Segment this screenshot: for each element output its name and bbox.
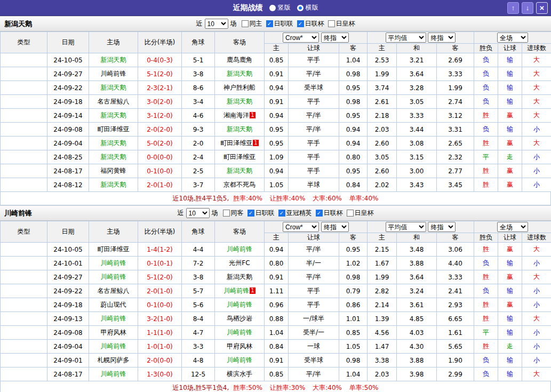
avg-home-odds-cell: 2.60 — [368, 137, 397, 150]
home-team-cell: 新潟天鹅 — [89, 81, 138, 95]
winloss-result-cell: 负 — [474, 367, 498, 381]
winloss-result-cell: 负 — [474, 95, 498, 109]
subcol-goals: 进球数 — [522, 233, 551, 243]
col-corner: 角球 — [182, 221, 215, 243]
avg-away-odds-cell: 2.69 — [437, 53, 474, 67]
avg-home-odds-cell: 1.39 — [368, 312, 397, 326]
date-cell: 24-08-25 — [47, 150, 89, 164]
odds-company-select[interactable]: Crow* — [283, 33, 319, 43]
filter-checkbox[interactable]: 同主 — [242, 19, 262, 28]
away-team-cell: 新潟天鹅 — [215, 164, 265, 178]
col-type: 类型 — [1, 221, 47, 243]
layout-radio-horizontal[interactable]: 横版 — [297, 3, 318, 12]
match-row: 亚冠精英24-09-18蔚山现代0-1(0-0)5-6川崎前锋0.96平手0.8… — [1, 298, 551, 312]
away-team-cell: 川崎前锋 — [215, 326, 265, 340]
league-cell: 日职联 — [1, 81, 47, 95]
filter-checkbox-label: 日职联 — [255, 209, 275, 218]
handicap-home-odds-cell: 0.88 — [265, 312, 289, 326]
close-button[interactable]: × — [536, 2, 548, 14]
home-team-cell: 川崎前锋 — [89, 312, 138, 326]
final-odds-select-2[interactable]: 终指 — [428, 222, 456, 232]
goals-result-cell: 小 — [522, 284, 551, 298]
avg-draw-odds-cell: 3.15 — [397, 150, 437, 164]
final-odds-select[interactable]: 终指 — [321, 33, 349, 43]
filter-checkbox[interactable]: ✓日职联 — [247, 209, 275, 218]
goals-result-cell: 小 — [522, 150, 551, 164]
average-odds-select[interactable]: 平均值 — [386, 222, 426, 232]
layout-radio-vertical[interactable]: 竖版 — [269, 3, 291, 12]
handicap-line-cell: 受半/一 — [289, 326, 339, 340]
corner-cell: 5-7 — [182, 284, 215, 298]
date-cell: 24-08-17 — [47, 164, 89, 178]
filter-checkbox[interactable]: 同客 — [223, 209, 244, 218]
near-label: 近 — [178, 209, 184, 218]
handicap-line-cell: 平/半 — [289, 270, 339, 284]
avg-draw-odds-cell: 4.85 — [397, 312, 437, 326]
league-filter-checkboxes: 同主✓日职联✓日联杯日皇杯 — [242, 19, 355, 28]
handicap-line-cell: 平手 — [289, 164, 339, 178]
away-team-cell: 鹿岛鹿角 — [215, 53, 265, 67]
date-cell: 24-09-13 — [47, 312, 89, 326]
scroll-down-button[interactable]: ↓ — [522, 2, 533, 14]
games-count-select[interactable]: 10 — [186, 208, 210, 218]
handicap-result-cell: 输 — [498, 326, 522, 340]
result-group: 全场 — [474, 32, 551, 44]
filter-checkbox[interactable]: 日皇杯 — [347, 209, 374, 218]
winloss-result-cell: 负 — [474, 123, 498, 137]
avg-away-odds-cell: 2.99 — [437, 367, 474, 381]
final-odds-select-2[interactable]: 终指 — [428, 33, 456, 43]
goals-result-cell: 小 — [522, 257, 551, 270]
avg-home-odds-cell: 1.99 — [368, 67, 397, 81]
home-team-cell: 新潟天鹅 — [89, 109, 138, 123]
odds-company-select[interactable]: Crow* — [283, 222, 319, 232]
subcol-handicap-result: 让球 — [498, 233, 522, 243]
handicap-home-odds-cell: 0.91 — [265, 95, 289, 109]
handicap-line-cell: 半球 — [289, 178, 339, 192]
winloss-result-cell: 胜 — [474, 243, 498, 257]
handicap-away-odds-cell: 0.95 — [339, 243, 368, 257]
handicap-result-cell: 走 — [498, 340, 522, 354]
home-team-cell: 甲府风林 — [89, 326, 138, 340]
goals-result-cell: 大 — [522, 270, 551, 284]
fulltime-scope-select[interactable]: 全场 — [497, 222, 528, 232]
handicap-away-odds-cell: 0.98 — [339, 67, 368, 81]
avg-draw-odds-cell: 3.88 — [397, 354, 437, 367]
handicap-away-odds-cell: 0.84 — [339, 178, 368, 192]
handicap-line-cell: 一球 — [289, 340, 339, 354]
near-label: 近 — [196, 19, 203, 28]
avg-away-odds-cell: 2.93 — [437, 298, 474, 312]
match-row: 日职联24-09-27川崎前锋5-1(2-0)3-8新潟天鹅0.91平/半0.9… — [1, 67, 551, 81]
winloss-result-cell: 平 — [474, 150, 498, 164]
corner-cell: 8-4 — [182, 312, 215, 326]
average-odds-select[interactable]: 平均值 — [386, 33, 426, 43]
league-cell: 日职联 — [1, 164, 47, 178]
final-odds-select[interactable]: 终指 — [321, 222, 349, 232]
goals-result-cell: 小 — [522, 326, 551, 340]
filter-checkbox[interactable]: ✓日职联 — [266, 19, 293, 28]
filter-checkbox[interactable]: ✓日联杯 — [316, 209, 343, 218]
goals-result-cell: 小 — [522, 354, 551, 367]
match-row: 日联杯24-09-08町田泽维亚2-0(2-0)9-3新潟天鹅0.95平/半0.… — [1, 123, 551, 137]
filter-checkbox[interactable]: ✓亚冠精英 — [278, 209, 312, 218]
home-team-cell: 蔚山现代 — [89, 298, 138, 312]
corner-cell: 8-6 — [182, 81, 215, 95]
avg-away-odds-cell: 2.65 — [437, 137, 474, 150]
home-team-cell: 新潟天鹅 — [89, 137, 138, 150]
col-date: 日期 — [47, 32, 89, 53]
score-cell: 1-0(1-0) — [138, 340, 182, 354]
fulltime-scope-select[interactable]: 全场 — [497, 33, 528, 43]
winloss-result-cell: 胜 — [474, 137, 498, 150]
games-count-select[interactable]: 10 — [205, 19, 228, 29]
avg-home-odds-cell: 2.15 — [368, 243, 397, 257]
filter-checkbox[interactable]: ✓日联杯 — [297, 19, 324, 28]
avg-draw-odds-cell: 3.08 — [397, 137, 437, 150]
home-team-cell: 川崎前锋 — [89, 340, 138, 354]
match-row: 日联杯24-09-04新潟天鹅5-0(2-0)2-0町田泽维亚10.95平手0.… — [1, 137, 551, 150]
corner-cell: 3-8 — [182, 270, 215, 284]
league-cell: 日职联 — [1, 367, 47, 381]
corner-cell: 4-6 — [182, 109, 215, 123]
avg-away-odds-cell: 1.61 — [437, 326, 474, 340]
scroll-up-button[interactable]: ↑ — [507, 2, 519, 14]
away-team-cell: 光州FC — [215, 257, 265, 270]
filter-checkbox[interactable]: 日皇杯 — [328, 19, 355, 28]
